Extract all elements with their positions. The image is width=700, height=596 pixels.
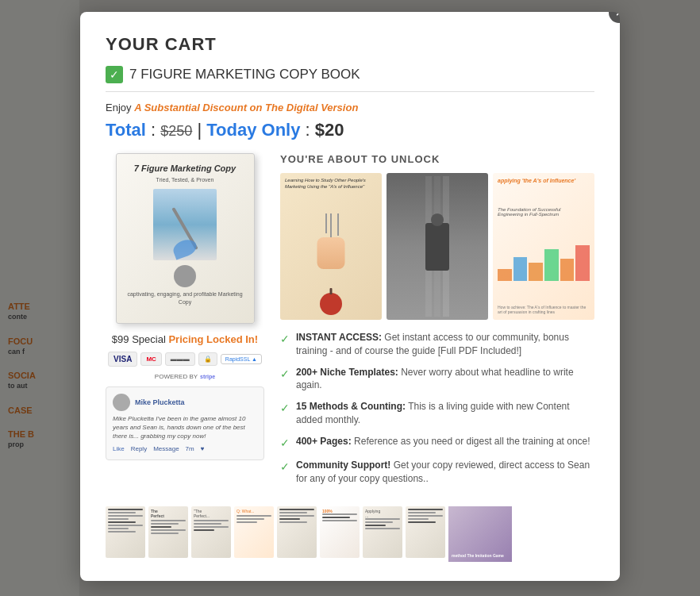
- feature-2-label: 200+ Niche Templates:: [296, 367, 398, 378]
- img2-figure: [425, 223, 449, 271]
- feature-list: ✓ INSTANT ACCESS: Get instant access to …: [280, 331, 594, 486]
- author-photo: [174, 265, 196, 287]
- testimonial-name: Mike Plucketta: [135, 398, 185, 408]
- feature-1-label: INSTANT ACCESS:: [296, 332, 382, 343]
- price-separator-1: :: [151, 120, 160, 140]
- thumb-4: Q: What...: [234, 506, 274, 558]
- check-icon-5: ✓: [280, 459, 290, 475]
- final-price: $20: [315, 120, 344, 140]
- original-price: $250: [160, 123, 192, 139]
- lock-badge: 🔒: [198, 352, 217, 366]
- book-section: 7 Figure Marketing Copy Tried, Tested, &…: [106, 153, 264, 494]
- unlock-image-1: Learning How to Study Other People's Mar…: [280, 173, 382, 320]
- last-thumb: method The Imitation Game: [448, 506, 512, 562]
- book-subtitle-2: captivating, engaging, and profitable Ma…: [126, 290, 244, 306]
- reply-link[interactable]: Reply: [131, 444, 147, 453]
- testimonial-text: Mike Plucketta I've been in the game alm…: [113, 414, 257, 441]
- modal-overlay: × YOUR CART ✓ 7 FIGURE MARKETING COPY BO…: [0, 0, 700, 596]
- feature-item-2: ✓ 200+ Niche Templates: Never worry abou…: [280, 366, 594, 393]
- feature-item-3: ✓ 15 Methods & Counting: This is a livin…: [280, 400, 594, 427]
- unlock-title: YOU'RE ABOUT TO UNLOCK: [280, 153, 594, 165]
- img3-content: applying 'the A's of Influence' The Foun…: [493, 173, 594, 320]
- feature-item-4: ✓ 400+ Pages: Reference as you need or d…: [280, 435, 594, 452]
- feature-item-5: ✓ Community Support! Get your copy revie…: [280, 459, 594, 486]
- book-cover: 7 Figure Marketing Copy Tried, Tested, &…: [116, 153, 255, 324]
- modal-close-button[interactable]: ×: [609, 12, 620, 23]
- mc-badge: MC: [140, 352, 161, 366]
- feature-4-desc: Reference as you need or digest all the …: [354, 436, 590, 447]
- cart-title: YOUR CART: [106, 34, 594, 55]
- last-thumb-label: method The Imitation Game: [452, 553, 509, 559]
- card-badge: ▬▬▬: [165, 352, 195, 366]
- rapidssl-badge: RapidSSL ▲: [221, 354, 262, 364]
- product-name-normal: COPY BOOK: [275, 67, 360, 82]
- check-icon-4: ✓: [280, 436, 290, 452]
- feature-item-1: ✓ INSTANT ACCESS: Get instant access to …: [280, 331, 594, 358]
- discount-line: Enjoy A Substantial Discount on The Digi…: [106, 102, 594, 113]
- stripe-powered: POWERED BY stripe: [155, 373, 215, 380]
- message-link[interactable]: Message: [153, 444, 179, 453]
- testimonial-avatar: [113, 394, 130, 411]
- main-content-row: 7 Figure Marketing Copy Tried, Tested, &…: [106, 153, 594, 494]
- img1-caption: Learning How to Study Other People's Mar…: [285, 178, 377, 190]
- product-title: 7 FIGURE MARKETING COPY BOOK: [129, 67, 360, 83]
- price-line: Total : $250 | Today Only : $20: [106, 120, 594, 140]
- thumb-5: [277, 506, 317, 558]
- thumb-8: [406, 506, 445, 558]
- check-icon-1: ✓: [280, 332, 290, 348]
- check-icon-3: ✓: [280, 401, 290, 417]
- special-price-text: $99 Special Pricing Locked In!: [112, 333, 258, 345]
- book-subtitle-1: Tried, Tested, & Proven: [156, 176, 214, 184]
- testimonial-box: Mike Plucketta Mike Plucketta I've been …: [106, 386, 264, 460]
- img3-title: applying 'the A's of Influence': [498, 178, 590, 183]
- today-only-label: Today Only: [206, 120, 300, 140]
- modal-dialog: × YOUR CART ✓ 7 FIGURE MARKETING COPY BO…: [80, 12, 620, 581]
- price-pipe: |: [197, 120, 206, 140]
- img2-person: [387, 173, 488, 320]
- ink-splash: [171, 236, 198, 260]
- product-name-bold: 7 FIGURE MARKETING: [129, 67, 275, 82]
- bottom-thumbnails: ThePerfect "ThePerfect...: [106, 506, 594, 562]
- check-icon: ✓: [106, 66, 123, 83]
- total-label: Total: [106, 120, 146, 140]
- thumb-2: ThePerfect: [148, 506, 188, 558]
- img3-chart: [498, 241, 590, 281]
- thumb-1: [106, 506, 145, 558]
- testimonial-actions: Like Reply Message 7m ♥: [113, 444, 257, 453]
- payment-badges: VISA MC ▬▬▬ 🔒 RapidSSL ▲: [108, 352, 262, 367]
- book-title: 7 Figure Marketing Copy: [134, 163, 236, 173]
- thumb-3: "ThePerfect...: [191, 506, 231, 558]
- unlock-images: Learning How to Study Other People's Mar…: [280, 173, 594, 320]
- check-icon-2: ✓: [280, 367, 290, 383]
- thumb-7: Applying...: [363, 506, 402, 558]
- visa-badge: VISA: [108, 352, 137, 367]
- powered-by-text: POWERED BY: [155, 373, 198, 380]
- book-image-area: [153, 189, 217, 260]
- time-text: 7m: [186, 444, 194, 453]
- stripe-text: stripe: [200, 374, 215, 379]
- unlock-section: YOU'RE ABOUT TO UNLOCK Learning How to S…: [280, 153, 594, 494]
- discount-highlight: A Substantial Discount on The Digital Ve…: [134, 102, 358, 113]
- price-separator-2: :: [306, 120, 315, 140]
- testimonial-header: Mike Plucketta: [113, 394, 257, 411]
- feature-5-label: Community Support!: [296, 459, 390, 471]
- unlock-image-2: [387, 173, 488, 320]
- thumb-6: 100%: [320, 506, 360, 558]
- product-title-row: ✓ 7 FIGURE MARKETING COPY BOOK: [106, 66, 594, 83]
- divider-1: [106, 91, 594, 92]
- heart-icon: ♥: [201, 444, 205, 453]
- feature-3-label: 15 Methods & Counting:: [296, 401, 406, 412]
- feature-4-label: 400+ Pages:: [296, 436, 352, 447]
- pricing-locked: Pricing Locked In!: [168, 333, 258, 345]
- like-icon[interactable]: Like: [113, 444, 125, 453]
- unlock-image-3: applying 'the A's of Influence' The Foun…: [493, 173, 594, 320]
